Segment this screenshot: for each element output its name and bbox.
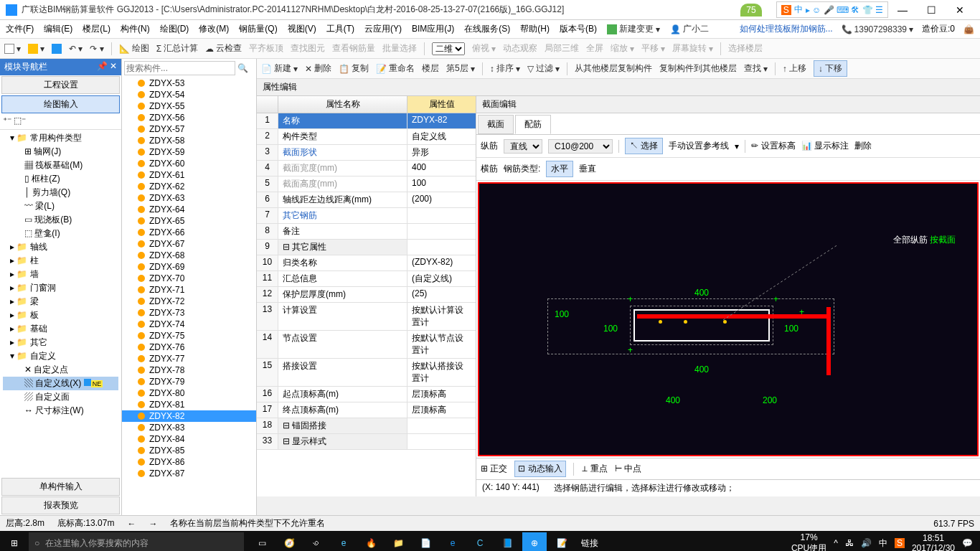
filter-button[interactable]: ▽过滤 ▾ xyxy=(527,62,560,75)
task-item[interactable]: e xyxy=(440,532,465,551)
search-input[interactable] xyxy=(124,61,235,75)
tray-s-icon[interactable]: S xyxy=(895,538,905,548)
list-item[interactable]: ZDYX-68 xyxy=(122,250,256,261)
tree-item-selected[interactable]: ▧ 自定义线(X) NE xyxy=(3,377,118,390)
pin-icon[interactable]: 📌 ✕ xyxy=(97,61,117,73)
new-change-button[interactable]: 新建变更 ▾ xyxy=(607,23,660,35)
new-file-icon[interactable]: ▾ xyxy=(4,44,21,54)
down-button[interactable]: ↓下移 xyxy=(814,60,847,77)
list-item[interactable]: ZDYX-79 xyxy=(122,376,256,387)
menu-view[interactable]: 视图(V) xyxy=(288,23,316,35)
table-row[interactable]: 12 保护层厚度(mm)(25) xyxy=(257,287,476,303)
list-item[interactable]: ZDYX-53 xyxy=(122,77,256,89)
task-item[interactable]: ▭ xyxy=(250,532,274,551)
task-item[interactable]: ⊕ xyxy=(522,532,547,551)
list-item[interactable]: ZDYX-75 xyxy=(122,330,256,342)
table-row[interactable]: 17 终点顶标高(m)层顶标高 xyxy=(257,402,476,418)
task-item[interactable]: ꩜ xyxy=(304,532,329,551)
tree-common[interactable]: ▾ 📁 常用构件类型 xyxy=(3,131,118,145)
view-mode-combo[interactable]: 二维 xyxy=(432,42,465,55)
tab-section[interactable]: 截面 xyxy=(478,115,514,134)
table-row[interactable]: 13 计算设置按默认计算设置计 xyxy=(257,303,476,331)
list-item[interactable]: ZDYX-81 xyxy=(122,399,256,410)
list-item[interactable]: ZDYX-64 xyxy=(122,204,256,215)
table-row[interactable]: 7其它钢筋 xyxy=(257,208,476,224)
list-item[interactable]: ZDYX-86 xyxy=(122,456,256,468)
tree-cat[interactable]: ▸ 📁 梁 xyxy=(3,295,118,309)
draw-button[interactable]: 📐绘图 xyxy=(119,42,149,55)
single-input-button[interactable]: 单构件输入 xyxy=(1,478,120,496)
task-label[interactable]: 链接 xyxy=(577,532,603,551)
tray-ime[interactable]: 中 xyxy=(879,537,887,550)
dynamic-view-button[interactable]: 动态观察 xyxy=(503,42,537,55)
open-icon[interactable]: ▾ xyxy=(28,44,44,54)
menu-file[interactable]: 文件(F) xyxy=(6,23,34,35)
list-item[interactable]: ZDYX-57 xyxy=(122,123,256,135)
draw-input-button[interactable]: 绘图输入 xyxy=(1,95,120,113)
table-row[interactable]: 16 起点顶标高(m)层顶标高 xyxy=(257,387,476,402)
manual-line-button[interactable]: 手动设置参考线 xyxy=(669,140,729,152)
save-icon[interactable] xyxy=(52,44,62,54)
task-item[interactable]: 📘 xyxy=(495,532,519,551)
property-grid[interactable]: 属性名称 属性值 1名称ZDYX-822构件类型自定义线3截面形状异形4截面宽度… xyxy=(257,96,476,496)
heavy-point-button[interactable]: ⊥ 重点 xyxy=(581,463,608,475)
tree-cat[interactable]: ▸ 📁 轴线 xyxy=(3,240,118,254)
tab-rebar[interactable]: 配筋 xyxy=(515,115,551,134)
undo-icon[interactable]: ↶ ▾ xyxy=(69,44,83,54)
sort-button[interactable]: ↕排序 ▾ xyxy=(490,62,520,75)
list-item[interactable]: ZDYX-76 xyxy=(122,342,256,353)
tray-up-icon[interactable]: ^ xyxy=(834,538,838,548)
user-label[interactable]: 👤 广小二 xyxy=(670,23,709,35)
help-link[interactable]: 如何处理筏板附加钢筋... xyxy=(740,23,833,35)
table-row[interactable]: 10 归类名称(ZDYX-82) xyxy=(257,255,476,271)
table-row[interactable]: 9⊟ 其它属性 xyxy=(257,240,476,255)
minimize-button[interactable]: — xyxy=(888,1,917,19)
table-row[interactable]: 11 汇总信息(自定义线) xyxy=(257,271,476,287)
sum-button[interactable]: Σ 汇总计算 xyxy=(156,42,198,55)
local-3d-button[interactable]: 局部三维 xyxy=(545,42,579,55)
list-item[interactable]: ZDYX-67 xyxy=(122,238,256,250)
find-element-button[interactable]: 查找图元 xyxy=(291,42,325,55)
tree-cat[interactable]: ▸ 📁 墙 xyxy=(3,268,118,281)
copy-to-button[interactable]: 复制构件到其他楼层 xyxy=(659,62,737,75)
close-button[interactable]: ✕ xyxy=(946,1,974,19)
cloud-check-button[interactable]: ☁ 云检查 xyxy=(205,42,242,55)
rotate-screen-button[interactable]: 屏幕旋转 ▾ xyxy=(672,42,713,55)
list-item[interactable]: ZDYX-83 xyxy=(122,422,256,433)
tree-item[interactable]: ✕ 自定义点 xyxy=(3,363,118,377)
tree-item[interactable]: ▦ 筏板基础(M) xyxy=(3,159,118,172)
floor-combo[interactable]: 第5层 ▾ xyxy=(446,62,475,75)
arrow2[interactable]: → xyxy=(149,519,157,529)
rebar-combo[interactable]: C10@200 xyxy=(548,139,613,154)
menu-rebar[interactable]: 钢筋量(Q) xyxy=(239,23,277,35)
tree-item[interactable]: ↔ 尺寸标注(W) xyxy=(3,404,118,418)
list-item[interactable]: ZDYX-71 xyxy=(122,284,256,296)
table-row[interactable]: 6轴线距左边线距离(mm)(200) xyxy=(257,192,476,208)
tree-cat[interactable]: ▾ 📁 自定义 xyxy=(3,349,118,363)
list-item[interactable]: ZDYX-73 xyxy=(122,307,256,319)
tree-item[interactable]: ▭ 现浇板(B) xyxy=(3,213,118,227)
list-item[interactable]: ZDYX-84 xyxy=(122,433,256,445)
rename-button[interactable]: 📝重命名 xyxy=(376,62,415,75)
ortho-button[interactable]: ⊞ 正交 xyxy=(481,463,507,475)
table-row[interactable]: 8备注 xyxy=(257,224,476,240)
tree-cat[interactable]: ▸ 📁 其它 xyxy=(3,336,118,349)
menu-floor[interactable]: 楼层(L) xyxy=(83,23,110,35)
list-item[interactable]: ZDYX-78 xyxy=(122,364,256,376)
menu-online[interactable]: 在线服务(S) xyxy=(464,23,510,35)
list-item[interactable]: ZDYX-62 xyxy=(122,181,256,192)
delete-mark-button[interactable]: 删除 xyxy=(854,140,872,152)
up-button[interactable]: ↑上移 xyxy=(783,62,806,75)
list-item[interactable]: ZDYX-69 xyxy=(122,261,256,273)
tree-cat[interactable]: ▸ 📁 柱 xyxy=(3,254,118,268)
list-item[interactable]: ZDYX-61 xyxy=(122,169,256,181)
tree-item[interactable]: ⬚ 壁龛(I) xyxy=(3,227,118,240)
list-item[interactable]: ZDYX-66 xyxy=(122,227,256,238)
component-tree[interactable]: ▾ 📁 常用构件类型 ⊞ 轴网(J) ▦ 筏板基础(M) ▯ 框柱(Z) │ 剪… xyxy=(0,130,121,477)
list-item[interactable]: ZDYX-74 xyxy=(122,319,256,330)
tree-item[interactable]: ⊞ 轴网(J) xyxy=(3,145,118,159)
start-button[interactable]: ⊞ xyxy=(0,531,29,551)
menu-version[interactable]: 版本号(B) xyxy=(560,23,597,35)
task-item[interactable]: 📁 xyxy=(386,532,410,551)
zoom-button[interactable]: 缩放 ▾ xyxy=(611,42,634,55)
